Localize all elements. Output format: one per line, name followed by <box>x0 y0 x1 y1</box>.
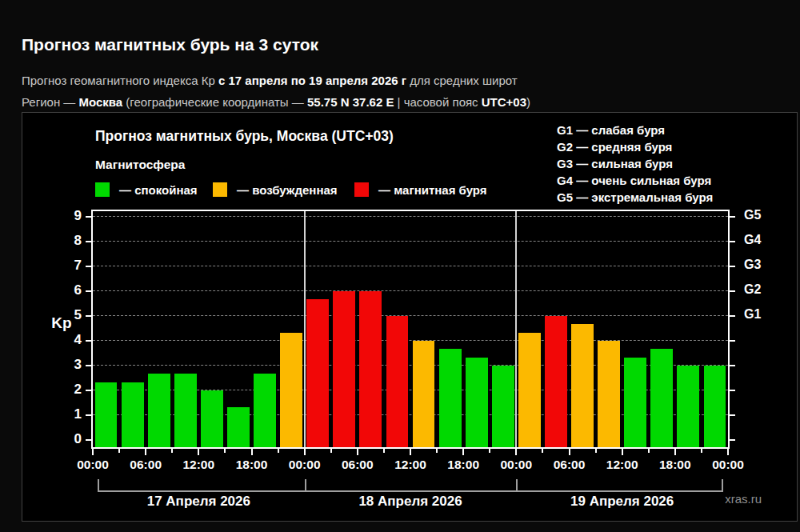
region-label: Регион — <box>22 95 79 109</box>
bar <box>201 390 223 447</box>
y-axis-label: 1 <box>50 406 82 422</box>
legend-swatch-quiet <box>95 182 110 197</box>
g-legend-row-g4: G4 — очень сильная буря <box>557 172 713 189</box>
subtitle-prefix: Прогноз геомагнитного индекса Кр <box>22 74 218 87</box>
day-axis-tick <box>722 479 723 490</box>
g-legend-row-g5: G5 — экстремальная буря <box>557 189 713 206</box>
x-axis-label: 06:00 <box>543 458 596 472</box>
day-axis-line <box>98 490 723 492</box>
right-axis-tick <box>730 315 735 317</box>
bar <box>386 316 409 447</box>
x-axis-label: 00:00 <box>278 458 331 472</box>
x-major-tick <box>251 449 253 455</box>
right-axis-label: G3 <box>744 258 779 272</box>
y-axis-tick <box>86 315 91 317</box>
day-axis-tick <box>516 479 518 490</box>
x-axis-label: 18:00 <box>649 458 702 472</box>
gridline <box>93 216 728 217</box>
bar <box>439 349 462 447</box>
x-major-tick <box>198 449 199 455</box>
chart-panel: Прогноз магнитных бурь, Москва (UTC+03) … <box>22 112 798 522</box>
right-axis-tick <box>730 290 735 292</box>
x-axis-label: 06:00 <box>119 458 172 472</box>
x-minor-tick <box>171 449 173 453</box>
x-minor-tick <box>224 449 226 453</box>
page: Прогноз магнитных бурь на 3 суток Прогно… <box>0 0 800 532</box>
y-axis-tick <box>86 439 91 441</box>
x-major-tick <box>357 449 358 455</box>
y-axis-tick <box>86 266 91 267</box>
g-legend-row-g2: G2 — средняя буря <box>557 138 713 155</box>
x-axis-label: 00:00 <box>702 458 754 472</box>
watermark: xras.ru <box>725 492 762 506</box>
x-axis-label: 06:00 <box>331 458 384 472</box>
y-axis-label: 9 <box>50 208 82 224</box>
x-minor-tick <box>701 449 702 453</box>
x-major-tick <box>410 449 411 455</box>
x-minor-tick <box>648 449 650 453</box>
bar <box>148 374 170 447</box>
x-minor-tick <box>118 449 120 453</box>
x-axis-label: 12:00 <box>596 458 649 472</box>
y-axis-tick <box>86 340 91 342</box>
y-axis-label: 0 <box>50 431 82 447</box>
right-axis-label: G4 <box>744 233 779 247</box>
y-axis-tick <box>86 216 91 218</box>
x-minor-tick <box>330 449 332 453</box>
x-major-tick <box>515 449 517 455</box>
bar <box>650 349 673 447</box>
right-axis-tick <box>730 365 735 366</box>
bar <box>306 299 329 447</box>
x-major-tick <box>622 449 623 455</box>
bar <box>227 407 250 447</box>
x-major-tick <box>304 449 306 455</box>
g-scale-legend: G1 — слабая буря G2 — средняя буря G3 — … <box>557 122 713 206</box>
bar <box>677 366 699 447</box>
bar <box>518 333 541 447</box>
x-minor-tick <box>383 449 385 453</box>
y-axis-tick <box>86 365 91 366</box>
day-separator <box>304 211 306 447</box>
right-axis-label: G2 <box>744 282 779 297</box>
bar <box>571 324 594 447</box>
x-axis-label: 18:00 <box>437 458 490 472</box>
legend-swatch-excited <box>213 182 227 197</box>
gridline <box>93 340 728 341</box>
legend-label-storm: — магнитная буря <box>378 183 487 197</box>
x-major-tick <box>145 449 146 455</box>
bar <box>466 358 488 447</box>
coords-prefix: (географические координаты — <box>122 95 307 109</box>
timezone-prefix: | часовой пояс <box>394 95 481 109</box>
right-axis-tick <box>730 266 735 267</box>
right-axis-tick <box>730 216 735 218</box>
day-label: 17 Апреля 2026 <box>93 494 305 510</box>
y-axis-label: 4 <box>50 332 82 348</box>
right-axis-label: G5 <box>744 208 779 222</box>
g-legend-row-g3: G3 — сильная буря <box>557 155 713 172</box>
right-axis-label: G1 <box>744 307 779 322</box>
x-major-tick <box>674 449 676 455</box>
legend-title: Магнитосфера <box>95 158 185 172</box>
day-axis-tick <box>305 479 306 490</box>
bar <box>254 374 276 447</box>
page-title: Прогноз магнитных бурь на 3 суток <box>22 35 318 54</box>
y-axis-tick <box>86 414 91 416</box>
y-axis-label: 2 <box>50 382 82 398</box>
region-name: Москва <box>79 95 123 109</box>
y-axis-label: 3 <box>50 357 82 373</box>
legend-item-storm: — магнитная буря <box>354 182 487 197</box>
subtitle-suffix: для средних широт <box>406 74 518 87</box>
x-minor-tick <box>278 449 279 453</box>
x-minor-tick <box>595 449 597 453</box>
x-axis-label: 12:00 <box>384 458 437 472</box>
y-axis-title: Kp <box>46 314 77 332</box>
region-line-suffix: ) <box>526 95 530 109</box>
chart-title: Прогноз магнитных бурь, Москва (UTC+03) <box>95 128 394 145</box>
subtitle-period: с 17 апреля по 19 апреля 2026 г <box>218 74 406 87</box>
legend-item-excited: — возбужденная <box>213 182 338 197</box>
bar <box>413 341 435 447</box>
right-axis-tick <box>730 340 735 342</box>
region-coordinates: 55.75 N 37.62 E <box>307 95 394 109</box>
x-major-tick <box>462 449 464 455</box>
x-minor-tick <box>489 449 490 453</box>
